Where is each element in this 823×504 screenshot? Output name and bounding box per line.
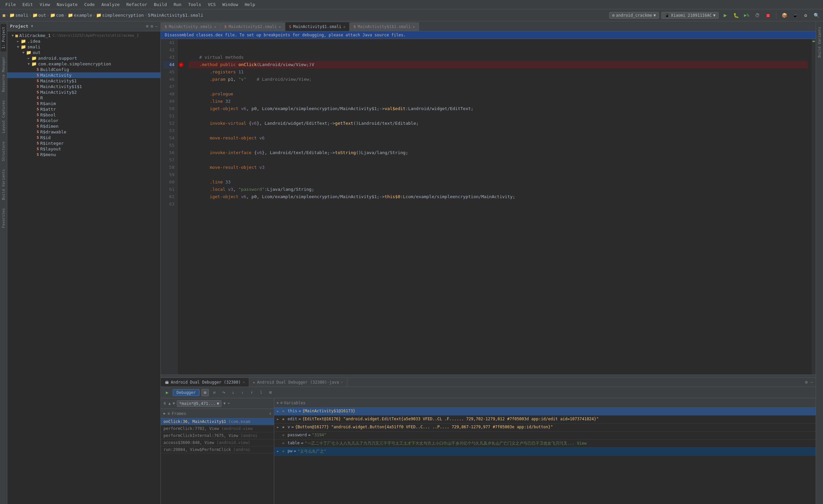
tree-out[interactable]: ▼ 📁 out xyxy=(7,50,160,55)
tree-rmenu[interactable]: S R$menu xyxy=(7,152,160,157)
tree-com-example[interactable]: ▼ 📁 com.example.simpleencryption xyxy=(7,61,160,67)
step-out-btn[interactable]: ↑ xyxy=(248,389,256,396)
tree-rbool[interactable]: S R$bool xyxy=(7,112,160,118)
frames-expand-icon[interactable]: ▶ xyxy=(163,411,166,415)
run-config-selector[interactable]: ⚙ android_crackme ▼ xyxy=(609,12,659,19)
frames-icon[interactable]: ⊞ xyxy=(168,411,170,415)
sidebar-tab-project[interactable]: 1: Project xyxy=(1,24,6,51)
tab2-close[interactable]: ✕ xyxy=(279,25,281,29)
breadcrumb-simpleencryption[interactable]: 📁 simpleencryption xyxy=(96,13,144,18)
breadcrumb-file[interactable]: S MainActivity$1.smali xyxy=(148,13,203,18)
menu-tools[interactable]: Tools xyxy=(185,1,204,8)
project-settings-icon[interactable]: ⚙ xyxy=(150,24,153,29)
search-everywhere-button[interactable]: 🔍 xyxy=(812,11,820,19)
debug-tab2-close[interactable]: ✕ xyxy=(341,380,343,384)
project-sync-icon[interactable]: ⊕ xyxy=(146,24,149,29)
frame-item-1[interactable]: performClick:7702, View (android.view xyxy=(161,425,274,432)
tab-mainactivity2[interactable]: S MainActivity$2.smali ✕ xyxy=(220,22,285,31)
tree-mainactivity1[interactable]: S MainActivity$1 xyxy=(7,78,160,84)
sidebar-tab-structure[interactable]: Structure xyxy=(1,139,6,164)
force-step-btn[interactable]: ⇓ xyxy=(239,389,246,396)
thread-dropdown[interactable]: *main*@5,471... ▼ xyxy=(177,400,221,407)
tree-rlayout[interactable]: S R$layout xyxy=(7,146,160,152)
debug-tab-1[interactable]: 🤖 Android Dual Debugger (32380) ✕ xyxy=(161,378,249,386)
tree-mainactivity1-1[interactable]: S MainActivity$1$1 xyxy=(7,84,160,90)
settings-button[interactable]: ⚙ xyxy=(802,11,810,19)
horizontal-scrollbar[interactable] xyxy=(161,375,816,377)
menu-refactor[interactable]: Refactor xyxy=(124,1,150,8)
tree-r[interactable]: S R xyxy=(7,95,160,101)
tree-buildconfig[interactable]: S BuildConfig xyxy=(7,67,160,72)
breadcrumb-com[interactable]: 📁 com xyxy=(50,13,64,18)
var-item-password[interactable]: ≡ password = "3194" xyxy=(274,432,816,440)
breadcrumb-smali[interactable]: 📁 smali xyxy=(9,13,28,18)
var-item-edit[interactable]: ► ≡ edit = {EditText@16176} "android.wid… xyxy=(274,415,816,424)
debug-tab1-close[interactable]: ✕ xyxy=(243,380,245,384)
evaluate-btn[interactable]: ⊞ xyxy=(267,389,274,396)
frame-item-3[interactable]: access$3600:848, View (android.view) xyxy=(161,439,274,446)
tree-mainactivity[interactable]: S MainActivity xyxy=(7,72,160,78)
sidebar-tab-layout-captures[interactable]: Layout Captures xyxy=(1,98,6,136)
menu-window[interactable]: Window xyxy=(220,1,241,8)
project-hide-icon[interactable]: — xyxy=(155,24,158,29)
menu-code[interactable]: Code xyxy=(82,1,98,8)
menu-edit[interactable]: Edit xyxy=(20,1,35,8)
menu-help[interactable]: Help xyxy=(242,1,258,8)
step-into-btn[interactable]: ↓ xyxy=(229,389,237,396)
tab-mainactivity[interactable]: S MainActivity.smali ✕ xyxy=(161,22,220,31)
tree-idea[interactable]: ► 📁 .idea xyxy=(7,38,160,44)
code-content[interactable]: # virtual methods .method public onClick… xyxy=(185,39,812,375)
menu-analyze[interactable]: Analyze xyxy=(99,1,123,8)
var-item-v[interactable]: ► ≡ v = {Button@16177} "android.widget.B… xyxy=(274,424,816,432)
tab1-close[interactable]: ✕ xyxy=(214,25,216,29)
sidebar-tab-favorites[interactable]: Favorites xyxy=(1,205,6,231)
run-coverage-button[interactable]: ▶% xyxy=(743,11,751,19)
step-over-btn[interactable]: ↷ xyxy=(220,389,227,396)
var-item-pw[interactable]: ► ≡ pw = "义弓么丸广之" xyxy=(274,448,816,456)
var-item-this[interactable]: ► ≡ this = {MainActivity$1@16173} xyxy=(274,407,816,415)
frame-item-0[interactable]: onClick:36, MainActivity$1 (com.exam xyxy=(161,418,274,425)
menu-run[interactable]: Run xyxy=(171,1,184,8)
menu-view[interactable]: View xyxy=(37,1,53,8)
code-editor[interactable]: 41 42 43 44 45 46 47 48 49 50 51 52 53 5… xyxy=(161,39,816,375)
stop-button[interactable]: ⏹ xyxy=(764,11,772,19)
tab4-close[interactable]: ✕ xyxy=(413,25,415,29)
sdk-manager-button[interactable]: 📦 xyxy=(780,11,788,19)
right-tab-build-variants[interactable]: Build Variants xyxy=(817,24,822,60)
run-to-cursor-btn[interactable]: ⤵ xyxy=(258,389,265,396)
resume-button[interactable]: ▶ xyxy=(163,389,171,396)
breadcrumb-out[interactable]: 📁 out xyxy=(32,13,46,18)
step-over-reformat-icon[interactable]: ⇄ xyxy=(211,389,218,396)
tab-mainactivity1[interactable]: S MainActivity$1.smali ✕ xyxy=(285,22,350,31)
tree-smali[interactable]: ▼ 📁 smali xyxy=(7,44,160,50)
tree-rdimen[interactable]: S R$dimen xyxy=(7,124,160,129)
tree-root[interactable]: ▼ ■ AliCrackme_1 C:\Users\11252\ApkProje… xyxy=(7,33,160,38)
thread-prev-icon[interactable]: ▲ xyxy=(168,401,171,405)
debug-button[interactable]: 🐛 xyxy=(732,11,740,19)
device-selector-btn[interactable]: 📱 Xiaomi 21091116AC ▼ xyxy=(662,12,718,19)
tree-rid[interactable]: S R$id xyxy=(7,135,160,140)
tree-rinteger[interactable]: S R$integer xyxy=(7,140,160,146)
menu-file[interactable]: File xyxy=(3,1,18,8)
run-button[interactable]: ▶ xyxy=(721,11,729,19)
tree-rcolor[interactable]: S R$color xyxy=(7,118,160,124)
variables-expand-icon[interactable]: ► xyxy=(277,400,279,405)
thread-filter-icon[interactable]: ▼ xyxy=(223,401,226,405)
debug-settings-icon[interactable]: ⚙ xyxy=(805,379,808,384)
tree-mainactivity2[interactable]: S MainActivity$2 xyxy=(7,90,160,95)
var-item-table[interactable]: ≡ table = "一乙二十丁厂七卜人八九几儿了力乃刀又三干于弓土工土才下大丈… xyxy=(274,440,816,448)
frame-item-4[interactable]: run:29084, View$PerformClick (androi xyxy=(161,446,274,453)
breakpoint-marker[interactable]: ✓ xyxy=(179,62,183,67)
breadcrumb-project[interactable]: ■ xyxy=(3,13,5,18)
menu-navigate[interactable]: Navigate xyxy=(54,1,80,8)
menu-build[interactable]: Build xyxy=(151,1,169,8)
console-tab-btn[interactable]: ⊞ xyxy=(201,389,209,396)
pause-icon[interactable]: ⏸ xyxy=(163,401,166,405)
variables-icon[interactable]: ⊞ xyxy=(281,401,283,404)
debugger-tab-btn[interactable]: Debugger xyxy=(173,389,199,396)
thread-add-icon[interactable]: + xyxy=(227,401,230,405)
thread-next-icon[interactable]: ▼ xyxy=(173,401,175,405)
tree-ranim[interactable]: S R$anim xyxy=(7,101,160,107)
tab3-close[interactable]: ✕ xyxy=(343,25,345,29)
sidebar-tab-build-variants[interactable]: Build Variants xyxy=(1,166,6,203)
